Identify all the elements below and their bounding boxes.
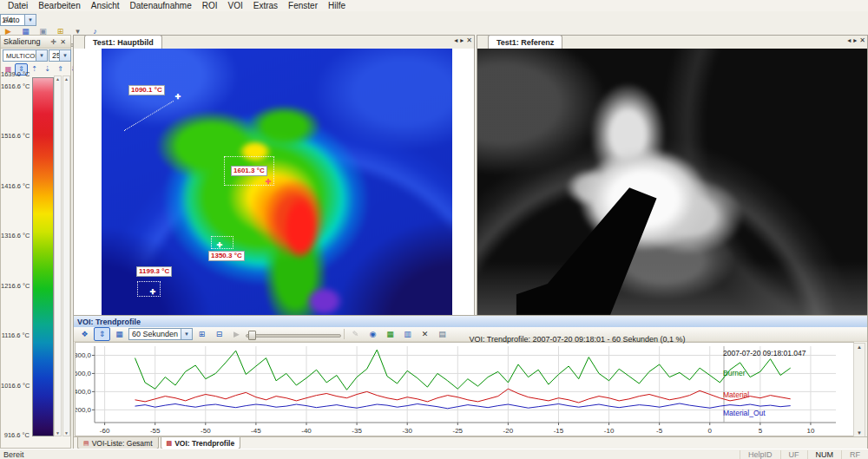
scale-tick-label: 1016.6 °C <box>1 382 30 390</box>
reference-image-pixels <box>477 49 867 316</box>
svg-text:-50: -50 <box>201 427 211 435</box>
svg-text:5: 5 <box>759 427 763 435</box>
interval-combo[interactable]: 60 Sekunden▼ <box>128 328 193 340</box>
svg-text:1400,0: 1400,0 <box>76 388 92 396</box>
svg-text:-45: -45 <box>251 427 261 435</box>
menu-item[interactable]: ROI <box>198 1 222 10</box>
main-image-area: ✚1090.1 °C✚1601.3 °C✚1350.3 °C✚1199.3 °C <box>74 49 474 316</box>
statusbar-cell: NUM <box>807 450 842 459</box>
chevron-down-icon: ▼ <box>59 50 70 61</box>
zoom-time-in-icon[interactable]: ⊞ <box>194 327 210 341</box>
close-icon[interactable]: ✕ <box>859 36 865 44</box>
scroll-left-icon[interactable]: ◂ <box>454 36 457 44</box>
scale-max-scrollbar[interactable]: ▲▼ <box>54 75 62 436</box>
scale-tick-label: 1416.6 °C <box>1 182 30 190</box>
levels-combo[interactable]: 256▼ <box>49 49 71 62</box>
tab-referenz[interactable]: Test1: Referenz <box>488 35 562 49</box>
menu-item[interactable]: Datei <box>3 1 32 10</box>
svg-text:1600,0: 1600,0 <box>76 370 92 377</box>
menu-item[interactable]: Hilfe <box>324 1 350 10</box>
roi-cross-marker[interactable]: ✚ <box>216 242 223 249</box>
tab-hauptbild[interactable]: Test1: Hauptbild <box>84 35 162 49</box>
trend-vertical-scrollbar[interactable]: ▲▼ <box>853 343 865 437</box>
close-icon[interactable]: ✕ <box>58 38 68 46</box>
svg-text:-35: -35 <box>352 427 362 435</box>
scale-shift-up-icon[interactable]: ⇑ <box>54 63 67 75</box>
svg-text:Burner: Burner <box>723 369 746 377</box>
scroll-right-icon[interactable]: ▸ <box>460 36 464 44</box>
roi-cross-marker[interactable]: ✚ <box>265 179 272 186</box>
reference-image-pane: Test1: Referenz ◂ ▸ ✕ <box>477 35 868 317</box>
views-icon[interactable]: ❖ <box>76 327 93 341</box>
trend-zoom-slider[interactable] <box>246 329 341 340</box>
chevron-down-icon: ▼ <box>24 15 36 25</box>
temperature-label[interactable]: 1199.3 °C <box>136 266 172 277</box>
menu-bar: DateiBearbeitenAnsichtDatenaufnahmeROIVO… <box>0 0 868 11</box>
voi-trend-panel: VOI: Trendprofile ❖⇕▦ 60 Sekunden▼ ⊞⊟▶ ✎… <box>73 315 868 449</box>
scale-tick-label: 1116.6 °C <box>1 331 30 339</box>
menu-item[interactable]: Bearbeiten <box>34 1 84 10</box>
menu-item[interactable]: Ansicht <box>87 1 124 10</box>
menu-item[interactable]: Datenaufnahme <box>126 1 196 10</box>
zoom-time-out-icon[interactable]: ⊟ <box>211 327 227 341</box>
scale-mode-combo[interactable]: Auto▼ <box>0 14 36 26</box>
statusbar-cell: HelpID <box>740 450 780 459</box>
chart-title: VOI: Trendprofile: 2007-07-20 09:18:01 -… <box>334 335 820 344</box>
trend-panel-title: VOI: Trendprofile <box>74 316 867 328</box>
menu-item[interactable]: Fenster <box>284 1 322 10</box>
status-ready-text: Bereit <box>0 450 740 459</box>
color-scale-bar[interactable] <box>32 77 54 436</box>
svg-text:Material: Material <box>723 390 749 399</box>
trend-chart[interactable]: -60-55-50-45-40-35-30-25-20-15-10-505101… <box>75 342 854 436</box>
bottom-tab[interactable]: ▤ VOI-Liste: Gesamt <box>77 437 159 449</box>
roi-cross-marker[interactable]: ✚ <box>149 289 156 296</box>
thermal-annotations: ✚1090.1 °C✚1601.3 °C✚1350.3 °C✚1199.3 °C <box>102 49 452 316</box>
scale-max-down-icon[interactable]: ⇣ <box>41 63 54 75</box>
main-image-pane: Test1: Hauptbild ◂ ▸ ✕ ✚1090.1 °C✚1601.3… <box>73 35 475 317</box>
chevron-down-icon: ▼ <box>36 50 47 61</box>
trend-chart-svg: -60-55-50-45-40-35-30-25-20-15-10-505101… <box>76 343 853 436</box>
statusbar-cell: UF <box>780 450 807 459</box>
reference-image-area <box>477 49 867 316</box>
svg-text:-15: -15 <box>554 427 564 435</box>
autoscale-y-icon[interactable]: ⇕ <box>94 327 110 341</box>
scaling-panel: Skalierung ✛ ✕ MULTICOLOR▼ 256▼ ▦⇕⇡⇣⇑⇓ 1… <box>0 35 71 449</box>
scale-min-scrollbar[interactable]: ▲▼ <box>62 75 70 436</box>
svg-text:-20: -20 <box>503 427 514 435</box>
play-trend-icon[interactable]: ▶ <box>228 327 245 341</box>
temperature-label[interactable]: 1601.3 °C <box>231 166 267 176</box>
temperature-label[interactable]: 1350.3 °C <box>208 251 245 261</box>
scale-tick-label: 1639.0 °C <box>1 70 30 78</box>
bottom-tab[interactable]: ▤ VOI: Trendprofile <box>161 437 241 449</box>
scale-tick-label: 1216.6 °C <box>1 282 30 290</box>
scroll-left-icon[interactable]: ◂ <box>847 36 851 44</box>
scale-tick-label: 1616.6 °C <box>1 82 30 90</box>
svg-text:10: 10 <box>806 427 814 435</box>
svg-text:-30: -30 <box>402 427 412 435</box>
reference-image[interactable] <box>477 49 867 316</box>
chart-settings-icon[interactable]: ▦ <box>111 327 128 341</box>
thermal-image[interactable]: ✚1090.1 °C✚1601.3 °C✚1350.3 °C✚1199.3 °C <box>102 49 452 316</box>
pin-icon[interactable]: ✛ <box>49 38 58 46</box>
trend-bottom-tabs: ▤ VOI-Liste: Gesamt ▤ VOI: Trendprofile <box>74 436 867 449</box>
measure-line <box>124 101 174 131</box>
svg-text:-5: -5 <box>656 427 663 435</box>
close-icon[interactable]: ✕ <box>466 36 472 44</box>
scroll-right-icon[interactable]: ▸ <box>853 36 857 44</box>
svg-text:-40: -40 <box>301 427 312 435</box>
statusbar-cell: RF <box>841 450 868 459</box>
svg-text:2007-07-20 09:18:01.047: 2007-07-20 09:18:01.047 <box>723 349 806 357</box>
scale-tick-label: 1316.6 °C <box>1 232 30 239</box>
temperature-label[interactable]: 1090.1 °C <box>128 85 165 95</box>
svg-text:-55: -55 <box>150 427 161 435</box>
palette-combo[interactable]: MULTICOLOR▼ <box>3 49 48 62</box>
scale-max-up-icon[interactable]: ⇡ <box>28 63 41 75</box>
svg-text:1800,0: 1800,0 <box>76 351 92 359</box>
chevron-down-icon: ▼ <box>181 329 192 339</box>
menu-item[interactable]: VOI <box>223 1 247 10</box>
svg-text:0: 0 <box>708 427 713 435</box>
scale-tick-label: 1516.6 °C <box>1 132 30 140</box>
roi-cross-marker[interactable]: ✚ <box>174 94 181 101</box>
menu-item[interactable]: Extras <box>249 1 282 10</box>
toolbar-image: Auto▼ ⊕⊖ ▣▦▦ ↶↷◭◅✥▾ ▾▣✚╲▭○◇ ↶↷▣✕ ▦▩▾ v²A… <box>0 14 868 28</box>
